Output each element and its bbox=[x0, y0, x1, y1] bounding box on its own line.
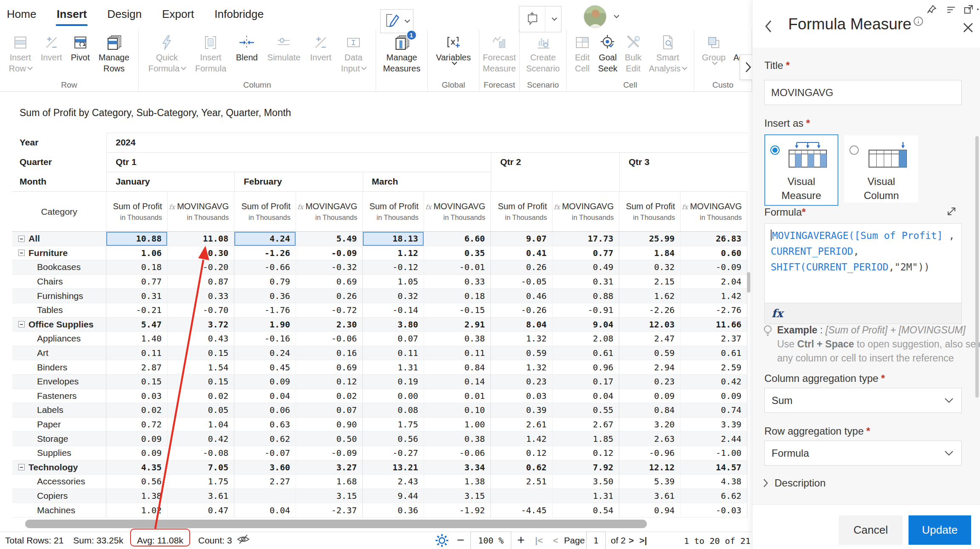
page-next-button[interactable]: > bbox=[629, 535, 634, 546]
table-cell[interactable]: -0.96 bbox=[619, 446, 681, 460]
table-cell[interactable]: 18.13 bbox=[363, 232, 424, 246]
column-header-movingavg[interactable]: fxMOVINGAVGin Thousands bbox=[424, 192, 491, 231]
table-cell[interactable]: 0.15 bbox=[168, 346, 234, 360]
row-label-binders[interactable]: Binders bbox=[12, 360, 106, 374]
table-cell[interactable]: 5.47 bbox=[106, 318, 168, 332]
table-cell[interactable]: 0.31 bbox=[553, 275, 619, 289]
ribbon-button-forecast-measure[interactable]: ForecastMeasure bbox=[483, 32, 516, 74]
table-cell[interactable]: 4.35 bbox=[106, 461, 168, 475]
ribbon-button-group[interactable]: Group bbox=[702, 32, 726, 64]
table-cell[interactable]: 1.38 bbox=[424, 475, 491, 489]
collapse-icon[interactable] bbox=[18, 464, 25, 470]
table-cell[interactable]: 0.69 bbox=[296, 360, 363, 374]
table-cell[interactable]: 0.24 bbox=[234, 346, 296, 360]
radio-unselected-icon[interactable] bbox=[849, 145, 859, 155]
ribbon-button-manage-measures[interactable]: 1ManageMeasures bbox=[383, 32, 421, 74]
table-cell[interactable]: 0.74 bbox=[681, 403, 747, 417]
table-cell[interactable]: 0.33 bbox=[168, 289, 234, 303]
page-prev-button[interactable]: < bbox=[553, 535, 558, 546]
table-cell[interactable]: 0.60 bbox=[681, 246, 747, 260]
column-agg-select[interactable]: Sum bbox=[764, 388, 962, 413]
table-cell[interactable]: 1.02 bbox=[106, 503, 168, 517]
table-cell[interactable]: 0.32 bbox=[363, 289, 424, 303]
pin-icon[interactable] bbox=[927, 4, 937, 16]
table-cell[interactable]: -0.14 bbox=[363, 303, 424, 317]
ribbon-button-invert[interactable]: Invert bbox=[310, 32, 331, 63]
table-cell[interactable]: 0.84 bbox=[619, 403, 681, 417]
table-cell[interactable]: 0.96 bbox=[553, 360, 619, 374]
table-cell[interactable]: 0.02 bbox=[106, 403, 168, 417]
table-cell[interactable]: 1.62 bbox=[619, 289, 681, 303]
table-cell[interactable]: 0.62 bbox=[491, 461, 553, 475]
table-cell[interactable]: 11.66 bbox=[681, 318, 747, 332]
close-icon[interactable] bbox=[962, 21, 974, 36]
table-cell[interactable]: 0.50 bbox=[296, 432, 363, 446]
table-cell[interactable]: 0.45 bbox=[234, 360, 296, 374]
table-cell[interactable]: 2.61 bbox=[491, 418, 553, 432]
table-cell[interactable]: -0.26 bbox=[491, 303, 553, 317]
table-cell[interactable]: 3.50 bbox=[553, 475, 619, 489]
table-cell[interactable]: -2.26 bbox=[619, 303, 681, 317]
row-label-copiers[interactable]: Copiers bbox=[12, 489, 106, 503]
table-cell[interactable]: 1.32 bbox=[491, 332, 553, 346]
table-cell[interactable]: 3.39 bbox=[681, 418, 747, 432]
tab-insert[interactable]: Insert bbox=[57, 8, 87, 21]
table-cell[interactable]: 3.61 bbox=[619, 489, 681, 503]
zoom-in-button[interactable]: + bbox=[517, 533, 525, 547]
info-icon[interactable] bbox=[913, 16, 923, 28]
table-cell[interactable]: 2.44 bbox=[681, 432, 747, 446]
table-cell[interactable]: 1.06 bbox=[106, 246, 168, 260]
ribbon-button-quick-formula[interactable]: QuickFormula bbox=[148, 32, 185, 74]
table-cell[interactable]: 0.59 bbox=[491, 346, 553, 360]
table-cell[interactable]: -0.06 bbox=[424, 446, 491, 460]
table-cell[interactable]: 0.23 bbox=[619, 375, 681, 389]
table-cell[interactable]: 0.17 bbox=[553, 375, 619, 389]
option-visual-measure[interactable]: Visual Measure bbox=[764, 134, 838, 206]
table-cell[interactable]: 17.73 bbox=[553, 232, 619, 246]
table-cell[interactable]: 9.44 bbox=[363, 489, 424, 503]
column-header-sum-of-profit[interactable]: Sum of Profitin Thousands bbox=[106, 192, 168, 231]
row-label-bookcases[interactable]: Bookcases bbox=[12, 260, 106, 274]
table-cell[interactable]: -0.09 bbox=[296, 246, 363, 260]
table-cell[interactable]: 2.59 bbox=[681, 360, 747, 374]
column-header-movingavg[interactable]: fxMOVINGAVGin Thousands bbox=[681, 192, 747, 231]
table-cell[interactable]: 0.62 bbox=[234, 432, 296, 446]
ribbon-button-create-scenario[interactable]: CreateScenario bbox=[526, 32, 560, 74]
table-cell[interactable]: 11.08 bbox=[168, 232, 234, 246]
table-cell[interactable]: -1.26 bbox=[234, 246, 296, 260]
ribbon-button-data-input[interactable]: DataInput bbox=[341, 32, 366, 74]
collapse-icon[interactable] bbox=[18, 321, 25, 327]
table-cell[interactable] bbox=[234, 489, 296, 503]
table-cell[interactable]: 0.07 bbox=[363, 332, 424, 346]
quarter-3[interactable]: Qtr 3 bbox=[629, 157, 650, 167]
table-cell[interactable]: 0.94 bbox=[619, 503, 681, 517]
table-cell[interactable]: -0.16 bbox=[234, 332, 296, 346]
table-cell[interactable]: 0.39 bbox=[491, 403, 553, 417]
table-cell[interactable]: 0.04 bbox=[234, 389, 296, 403]
table-cell[interactable]: 0.04 bbox=[234, 503, 296, 517]
row-label-accessories[interactable]: Accessories bbox=[12, 475, 106, 489]
row-label-technology[interactable]: Technology bbox=[12, 461, 106, 475]
month-january[interactable]: January bbox=[116, 176, 150, 187]
table-cell[interactable]: 1.05 bbox=[363, 275, 424, 289]
table-cell[interactable]: -0.32 bbox=[296, 260, 363, 274]
table-cell[interactable]: 0.43 bbox=[168, 332, 234, 346]
table-cell[interactable]: 0.03 bbox=[106, 389, 168, 403]
table-cell[interactable]: 0.15 bbox=[168, 375, 234, 389]
table-cell[interactable]: 2.47 bbox=[619, 332, 681, 346]
ribbon-button-blend[interactable]: Blend bbox=[236, 32, 258, 63]
row-label-envelopes[interactable]: Envelopes bbox=[12, 375, 106, 389]
table-cell[interactable]: 0.38 bbox=[424, 332, 491, 346]
tab-home[interactable]: Home bbox=[7, 8, 36, 21]
table-cell[interactable]: -0.70 bbox=[168, 303, 234, 317]
table-cell[interactable]: 1.75 bbox=[168, 475, 234, 489]
column-header-movingavg[interactable]: fxMOVINGAVGin Thousands bbox=[553, 192, 619, 231]
table-cell[interactable]: -0.05 bbox=[491, 275, 553, 289]
row-label-all[interactable]: All bbox=[12, 232, 106, 246]
table-cell[interactable]: 1.12 bbox=[363, 246, 424, 260]
table-cell[interactable]: 0.36 bbox=[234, 289, 296, 303]
column-header-movingavg[interactable]: fxMOVINGAVGin Thousands bbox=[168, 192, 234, 231]
table-cell[interactable]: -2.76 bbox=[681, 303, 747, 317]
table-cell[interactable]: 1.75 bbox=[363, 418, 424, 432]
table-cell[interactable]: 0.12 bbox=[296, 375, 363, 389]
